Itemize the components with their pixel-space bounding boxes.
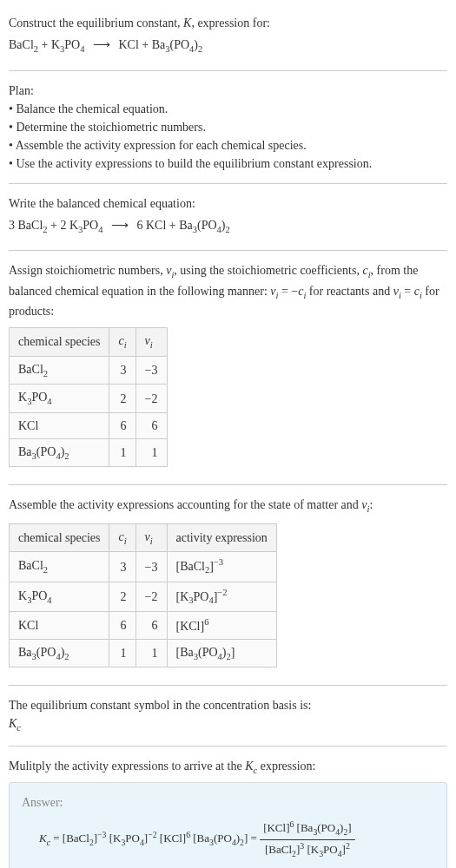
table-header-row: chemical species ci νi bbox=[10, 328, 168, 357]
cell-species: KCl bbox=[10, 412, 109, 438]
divider bbox=[9, 746, 447, 746]
answer-box: Answer: Kc = [BaCl2]−3 [K3PO4]−2 [KCl]6 … bbox=[9, 782, 447, 868]
text: expression: bbox=[257, 760, 315, 773]
activity-table: chemical species ci νi activity expressi… bbox=[9, 523, 277, 667]
divider bbox=[9, 484, 447, 485]
cell-activity: [KCl]6 bbox=[167, 611, 276, 639]
cell-species: Ba3(PO4)2 bbox=[10, 438, 109, 467]
cell-species: KCl bbox=[10, 611, 109, 639]
plan-list: Balance the chemical equation. Determine… bbox=[9, 100, 447, 173]
multiply-text: Mulitply the activity expressions to arr… bbox=[9, 757, 447, 778]
plan-item: Assemble the activity expression for eac… bbox=[9, 136, 447, 155]
c-symbol: ci bbox=[414, 285, 422, 298]
nu-symbol: νi bbox=[393, 285, 401, 298]
cell-nui: 1 bbox=[135, 639, 167, 667]
cell-ci: 2 bbox=[109, 385, 135, 413]
cell-nui: 1 bbox=[135, 438, 167, 467]
cell-species: K3PO4 bbox=[10, 385, 109, 413]
text: Mulitply the activity expressions to arr… bbox=[9, 760, 245, 773]
col-species: chemical species bbox=[10, 328, 109, 357]
cell-nui: 6 bbox=[135, 611, 167, 639]
divider bbox=[9, 183, 447, 184]
balanced-section: Write the balanced chemical equation: 3 … bbox=[9, 187, 447, 247]
stoich-text: Assign stoichiometric numbers, νi, using… bbox=[9, 261, 447, 320]
text: , using the stoichiometric coefficients, bbox=[174, 264, 362, 277]
cell-ci: 2 bbox=[109, 582, 135, 611]
col-ci: ci bbox=[109, 523, 135, 552]
cell-ci: 6 bbox=[109, 611, 135, 639]
divider bbox=[9, 685, 447, 686]
table-row: BaCl2 3 −3 bbox=[10, 356, 168, 385]
table-header-row: chemical species ci νi activity expressi… bbox=[10, 523, 277, 552]
cell-activity: [K3PO4]−2 bbox=[167, 582, 276, 611]
cell-ci: 1 bbox=[109, 639, 135, 667]
cell-nui: −3 bbox=[135, 356, 167, 385]
intro-prefix: Construct the equilibrium constant, bbox=[9, 16, 183, 30]
cell-species: BaCl2 bbox=[10, 356, 109, 385]
cell-activity: [BaCl2]−3 bbox=[167, 552, 276, 582]
cell-ci: 6 bbox=[109, 412, 135, 438]
cell-nui: −3 bbox=[135, 552, 167, 582]
divider bbox=[9, 250, 447, 251]
intro-line: Construct the equilibrium constant, K, e… bbox=[9, 14, 447, 32]
c-symbol: ci bbox=[298, 285, 306, 298]
activity-section: Assemble the activity expressions accoun… bbox=[9, 489, 447, 681]
cell-ci: 3 bbox=[109, 552, 135, 582]
cell-species: Ba3(PO4)2 bbox=[10, 639, 109, 667]
text: : bbox=[369, 498, 373, 511]
intro-section: Construct the equilibrium constant, K, e… bbox=[9, 7, 447, 67]
intro-K: K bbox=[183, 16, 191, 30]
cell-ci: 3 bbox=[109, 356, 135, 385]
nu-symbol: νi bbox=[166, 264, 174, 277]
table-row: KCl 6 6 [KCl]6 bbox=[10, 611, 277, 639]
table-row: KCl 6 6 bbox=[10, 412, 168, 438]
col-nui: νi bbox=[135, 328, 167, 357]
col-activity: activity expression bbox=[167, 523, 276, 552]
table-row: Ba3(PO4)2 1 1 [Ba3(PO4)2] bbox=[10, 639, 277, 667]
kc-symbol-section: The equilibrium constant symbol in the c… bbox=[9, 689, 447, 742]
stoich-table: chemical species ci νi BaCl2 3 −3 K3PO4 … bbox=[9, 327, 168, 467]
kc-symbol: Kc bbox=[245, 760, 257, 773]
intro-suffix: , expression for: bbox=[191, 16, 270, 30]
cell-species: BaCl2 bbox=[10, 552, 109, 582]
cell-ci: 1 bbox=[109, 438, 135, 467]
col-nui: νi bbox=[135, 523, 167, 552]
unbalanced-equation: BaCl2 + K3PO4 ⟶ KCl + Ba3(PO4)2 bbox=[9, 36, 447, 56]
text: for reactants and bbox=[306, 285, 393, 298]
text: Assign stoichiometric numbers, bbox=[9, 264, 166, 277]
stoich-section: Assign stoichiometric numbers, νi, using… bbox=[9, 254, 447, 481]
cell-nui: −2 bbox=[135, 582, 167, 611]
plan-heading: Plan: bbox=[9, 82, 447, 100]
text: Assemble the activity expressions accoun… bbox=[9, 498, 361, 511]
c-symbol: ci bbox=[362, 264, 370, 277]
table-row: Ba3(PO4)2 1 1 bbox=[10, 438, 168, 467]
table-row: K3PO4 2 −2 [K3PO4]−2 bbox=[10, 582, 277, 611]
plan-section: Plan: Balance the chemical equation. Det… bbox=[9, 75, 447, 180]
text: = bbox=[401, 285, 414, 298]
answer-label: Answer: bbox=[22, 793, 434, 812]
activity-heading: Assemble the activity expressions accoun… bbox=[9, 496, 447, 516]
table-row: K3PO4 2 −2 bbox=[10, 385, 168, 413]
table-row: BaCl2 3 −3 [BaCl2]−3 bbox=[10, 552, 277, 582]
cell-species: K3PO4 bbox=[10, 582, 109, 611]
balanced-equation: 3 BaCl2 + 2 K3PO4 ⟶ 6 KCl + Ba3(PO4)2 bbox=[9, 216, 447, 237]
col-ci: ci bbox=[109, 328, 135, 357]
divider bbox=[9, 70, 447, 71]
plan-item: Determine the stoichiometric numbers. bbox=[9, 118, 447, 136]
cell-activity: [Ba3(PO4)2] bbox=[167, 639, 276, 667]
col-species: chemical species bbox=[10, 523, 109, 552]
fraction: [KCl]6 [Ba3(PO4)2] [BaCl2]3 [K3PO4]2 bbox=[260, 819, 355, 860]
answer-section: Mulitply the activity expressions to arr… bbox=[9, 750, 447, 868]
cell-nui: −2 bbox=[135, 385, 167, 413]
text: = − bbox=[278, 285, 298, 298]
cell-nui: 6 bbox=[135, 412, 167, 438]
kc-expression: Kc = [BaCl2]−3 [K3PO4]−2 [KCl]6 [Ba3(PO4… bbox=[22, 819, 434, 860]
kc-symbol-text: The equilibrium constant symbol in the c… bbox=[9, 696, 447, 714]
plan-item: Balance the chemical equation. bbox=[9, 100, 447, 118]
balanced-heading: Write the balanced chemical equation: bbox=[9, 194, 447, 213]
kc-symbol: Kc bbox=[9, 714, 447, 735]
plan-item: Use the activity expressions to build th… bbox=[9, 155, 447, 173]
